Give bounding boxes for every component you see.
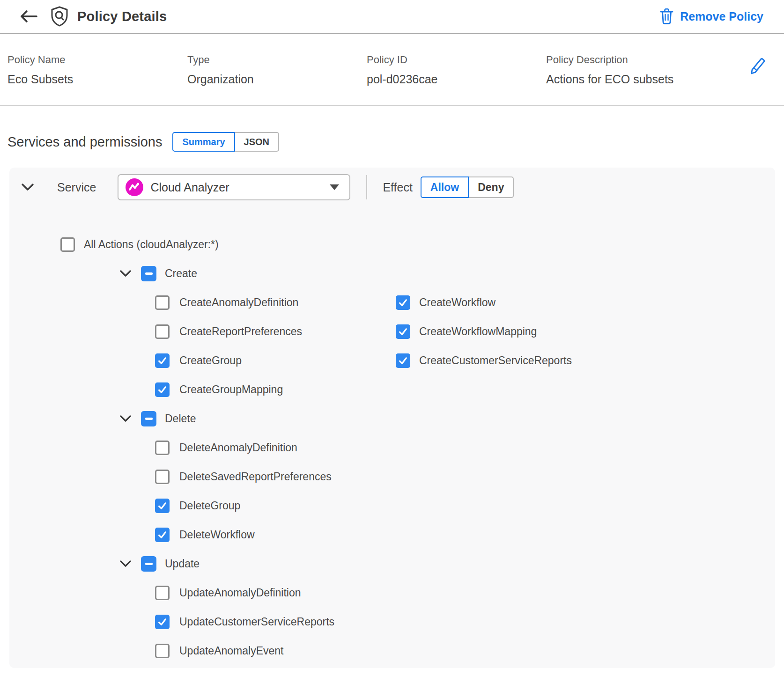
permissions-heading: Services and permissions [7,134,162,150]
field-value: Organization [187,73,367,86]
page-title: Policy Details [77,9,167,24]
policy-shield-search-icon [50,6,69,27]
checkbox-DeleteGroup[interactable] [155,499,170,513]
action-item-CreateCustomerServiceReports[interactable]: CreateCustomerServiceReports [396,346,572,375]
action-item-CreateGroupMapping[interactable]: CreateGroupMapping [9,382,283,397]
permissions-panel: Service Cloud Analyzer Effect Allow Deny… [9,168,775,668]
tree-row[interactable]: DeleteGroup [9,491,775,520]
action-label: CreateWorkflow [419,296,496,309]
action-item-UpdateAnomalyEvent[interactable]: UpdateAnomalyEvent [9,644,283,658]
checkbox-UpdateAnomalyDefinition[interactable] [155,586,170,600]
checkbox-Update[interactable] [141,556,156,572]
checkbox-CreateWorkflow[interactable] [396,295,410,310]
tree-row-group-update[interactable]: Update [9,549,775,578]
vertical-divider [366,175,367,199]
action-label: UpdateCustomerServiceReports [179,616,334,628]
tree-row-all-actions[interactable]: All Actions (cloudAnalyzer:*) [9,230,775,259]
action-item-DeleteGroup[interactable]: DeleteGroup [9,499,240,513]
tree-row[interactable]: UpdateAnomalyEvent [9,636,775,665]
permissions-header: Services and permissions Summary JSON [0,132,784,152]
action-item-DeleteAnomalyDefinition[interactable]: DeleteAnomalyDefinition [9,441,297,455]
action-label: Delete [165,412,196,425]
checkbox-DeleteWorkflow[interactable] [155,528,170,542]
caret-down-icon [330,184,339,190]
checkbox-CreateCustomerServiceReports[interactable] [396,353,410,368]
cloud-analyzer-icon [125,178,144,197]
tree-row[interactable]: DeleteAnomalyDefinition [9,433,775,462]
tab-summary[interactable]: Summary [172,132,235,152]
chevron-down-icon[interactable] [21,183,34,191]
field-value: pol-d0236cae [367,73,546,86]
remove-policy-button[interactable]: Remove Policy [659,8,763,25]
action-label: DeleteWorkflow [179,529,255,541]
tree-row[interactable]: CreateAnomalyDefinitionCreateWorkflow [9,288,775,317]
action-item-CreateGroup[interactable]: CreateGroup [9,353,242,368]
action-label: CreateWorkflowMapping [419,325,537,338]
back-arrow-icon[interactable] [19,9,38,23]
chevron-down-icon[interactable] [119,415,132,423]
checkbox-DeleteAnomalyDefinition[interactable] [155,441,170,455]
action-item-CreateAnomalyDefinition[interactable]: CreateAnomalyDefinition [9,295,298,310]
checkbox-CreateAnomalyDefinition[interactable] [155,295,170,310]
service-row: Service Cloud Analyzer Effect Allow Deny [9,174,775,200]
view-toggle: Summary JSON [172,132,279,152]
tree-row[interactable]: UpdateCustomerServiceReports [9,607,775,636]
tree-row-group-create[interactable]: Create [9,259,775,288]
tree-row[interactable]: CreateReportPreferencesCreateWorkflowMap… [9,317,775,346]
checkbox-all-actions[interactable] [60,237,75,252]
action-item-UpdateCustomerServiceReports[interactable]: UpdateCustomerServiceReports [9,615,334,629]
action-item-DeleteWorkflow[interactable]: DeleteWorkflow [9,528,255,542]
tree-row[interactable]: CreateGroupMapping [9,375,775,404]
policy-name-field: Policy Name Eco Subsets [7,54,187,86]
effect-label: Effect [383,181,412,194]
tree-row[interactable]: UpdateAnomalyDefinition [9,578,775,607]
action-label: DeleteAnomalyDefinition [179,441,297,454]
chevron-down-icon[interactable] [119,560,132,568]
effect-allow-button[interactable]: Allow [421,176,469,198]
checkbox-Delete[interactable] [141,411,156,426]
policy-id-field: Policy ID pol-d0236cae [367,54,546,86]
checkbox-UpdateCustomerServiceReports[interactable] [155,615,170,629]
action-label: CreateGroup [179,354,242,367]
tree-row[interactable]: DeleteWorkflow [9,520,775,549]
action-label: CreateReportPreferences [179,325,302,338]
effect-deny-button[interactable]: Deny [469,176,514,198]
checkbox-DeleteSavedReportPreferences[interactable] [155,470,170,484]
action-label: UpdateAnomalyEvent [179,645,283,657]
checkbox-CreateWorkflowMapping[interactable] [396,324,410,339]
action-label: DeleteGroup [179,500,240,512]
action-label: CreateGroupMapping [179,383,283,396]
tree-row[interactable]: DeleteSavedReportPreferences [9,462,775,491]
chevron-down-icon[interactable] [119,270,132,278]
action-item-CreateWorkflowMapping[interactable]: CreateWorkflowMapping [396,317,537,346]
action-item-CreateWorkflow[interactable]: CreateWorkflow [396,288,496,317]
service-label: Service [57,181,96,194]
action-item-UpdateAnomalyDefinition[interactable]: UpdateAnomalyDefinition [9,586,301,600]
policy-type-field: Type Organization [187,54,367,86]
actions-tree: All Actions (cloudAnalyzer:*)CreateCreat… [9,230,775,665]
action-label: CreateAnomalyDefinition [179,296,298,309]
pencil-icon[interactable] [747,55,766,76]
checkbox-CreateReportPreferences[interactable] [155,324,170,339]
checkbox-Create[interactable] [141,266,156,281]
action-label: Create [165,267,197,280]
action-label: UpdateAnomalyDefinition [179,587,301,599]
field-label: Policy ID [367,54,546,66]
effect-toggle: Allow Deny [421,176,514,198]
policy-info-strip: Policy Name Eco Subsets Type Organizatio… [0,34,784,106]
checkbox-CreateGroupMapping[interactable] [155,382,170,397]
action-item-DeleteSavedReportPreferences[interactable]: DeleteSavedReportPreferences [9,470,332,484]
service-dropdown-value: Cloud Analyzer [150,181,229,194]
action-item-CreateReportPreferences[interactable]: CreateReportPreferences [9,324,302,339]
policy-details-page: Policy Details Remove Policy Policy Name… [0,0,784,676]
tree-row[interactable]: CreateGroupCreateCustomerServiceReports [9,346,775,375]
tree-row-group-delete[interactable]: Delete [9,404,775,433]
tab-json[interactable]: JSON [235,132,279,152]
checkbox-UpdateAnomalyEvent[interactable] [155,644,170,658]
action-label: DeleteSavedReportPreferences [179,470,332,483]
field-value: Eco Subsets [7,73,187,86]
header-bar: Policy Details Remove Policy [0,0,784,34]
service-dropdown[interactable]: Cloud Analyzer [118,174,350,200]
action-label: All Actions (cloudAnalyzer:*) [84,238,219,251]
checkbox-CreateGroup[interactable] [155,353,170,368]
